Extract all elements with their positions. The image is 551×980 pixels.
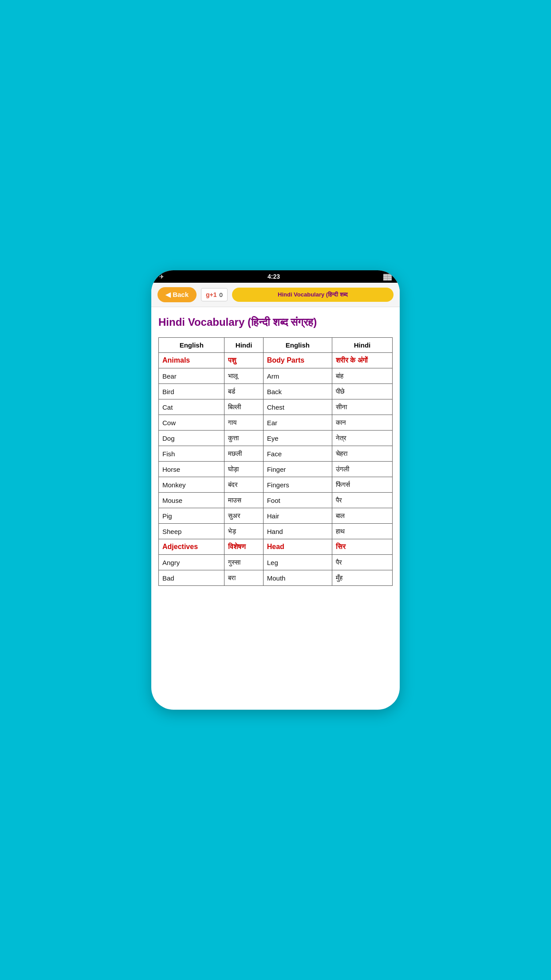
data-col2: माउस	[224, 493, 263, 508]
data-col2: बरा	[224, 570, 263, 586]
data-col3: Arm	[263, 368, 332, 384]
table-row: Bear भालू Arm बांह	[159, 368, 393, 384]
data-col1: Fish	[159, 446, 224, 462]
data-col3: Hair	[263, 508, 332, 524]
data-col3: Leg	[263, 555, 332, 570]
data-col3: Foot	[263, 493, 332, 508]
status-right-icons: ▓▓	[383, 273, 392, 280]
data-col2: बर्ड	[224, 384, 263, 399]
gplus-count: 0	[220, 292, 223, 298]
data-col4: चेहरा	[332, 446, 392, 462]
data-col4: मुँह	[332, 570, 392, 586]
category-col4: सिर	[332, 539, 392, 555]
back-button[interactable]: ◀ Back	[157, 287, 197, 302]
table-category-row: Animals पशु Body Parts शरीर के अंगों	[159, 353, 393, 368]
col-header-hindi2: Hindi	[332, 338, 392, 353]
data-col1: Bear	[159, 368, 224, 384]
table-category-row: Adjectives विशेषण Head सिर	[159, 539, 393, 555]
data-col4: कान	[332, 415, 392, 431]
data-col3: Chest	[263, 399, 332, 415]
nav-bar: ◀ Back g+1 0 Hindi Vocabulary (हिन्दी शब…	[151, 283, 400, 307]
data-col1: Bad	[159, 570, 224, 586]
data-col1: Dog	[159, 431, 224, 446]
data-col3: Eye	[263, 431, 332, 446]
data-col2: बंदर	[224, 477, 263, 493]
table-row: Cat बिल्ली Chest सीना	[159, 399, 393, 415]
table-row: Pig सुअर Hair बाल	[159, 508, 393, 524]
data-col4: पीछे	[332, 384, 392, 399]
page-title: Hindi Vocabulary (हिन्दी शब्द संग्रह)	[158, 315, 393, 329]
category-col2: पशु	[224, 353, 263, 368]
table-row: Bird बर्ड Back पीछे	[159, 384, 393, 399]
status-left-icons: ✈	[159, 273, 164, 280]
data-col3: Finger	[263, 462, 332, 477]
data-col1: Pig	[159, 508, 224, 524]
content-area: Hindi Vocabulary (हिन्दी शब्द संग्रह) En…	[151, 307, 400, 590]
data-col4: सीना	[332, 399, 392, 415]
data-col2: गाय	[224, 415, 263, 431]
category-col1: Adjectives	[159, 539, 224, 555]
data-col4: बाल	[332, 508, 392, 524]
col-header-hindi1: Hindi	[224, 338, 263, 353]
data-col2: मछली	[224, 446, 263, 462]
data-col1: Cat	[159, 399, 224, 415]
data-col4: पैर	[332, 555, 392, 570]
phone-frame: ✈ 4:23 ▓▓ ◀ Back g+1 0 Hindi Vocabulary …	[151, 270, 400, 710]
battery-icon: ▓▓	[383, 273, 392, 280]
data-col3: Back	[263, 384, 332, 399]
category-col3: Body Parts	[263, 353, 332, 368]
data-col1: Sheep	[159, 524, 224, 539]
category-col4: शरीर के अंगों	[332, 353, 392, 368]
data-col2: गुस्सा	[224, 555, 263, 570]
data-col4: उंगली	[332, 462, 392, 477]
data-col2: भेड़	[224, 524, 263, 539]
data-col4: नेत्र	[332, 431, 392, 446]
table-row: Sheep भेड़ Hand हाथ	[159, 524, 393, 539]
table-row: Monkey बंदर Fingers फिंगर्स	[159, 477, 393, 493]
data-col2: बिल्ली	[224, 399, 263, 415]
gplus-button[interactable]: g+1 0	[201, 288, 228, 301]
data-col3: Face	[263, 446, 332, 462]
data-col3: Hand	[263, 524, 332, 539]
data-col3: Mouth	[263, 570, 332, 586]
table-row: Mouse माउस Foot पैर	[159, 493, 393, 508]
col-header-english1: English	[159, 338, 224, 353]
gplus-icon: g+1	[206, 291, 217, 298]
airplane-icon: ✈	[159, 273, 164, 280]
table-row: Dog कुत्ता Eye नेत्र	[159, 431, 393, 446]
data-col1: Mouse	[159, 493, 224, 508]
data-col4: बांह	[332, 368, 392, 384]
category-col1: Animals	[159, 353, 224, 368]
data-col3: Ear	[263, 415, 332, 431]
data-col2: घोड़ा	[224, 462, 263, 477]
vocab-table: English Hindi English Hindi Animals पशु …	[158, 337, 393, 586]
table-row: Cow गाय Ear कान	[159, 415, 393, 431]
category-col3: Head	[263, 539, 332, 555]
status-time: 4:23	[268, 273, 280, 280]
data-col1: Bird	[159, 384, 224, 399]
data-col3: Fingers	[263, 477, 332, 493]
hindi-vocab-button[interactable]: Hindi Vocabulary (हिन्दी शब्द	[232, 288, 394, 302]
data-col2: सुअर	[224, 508, 263, 524]
data-col1: Horse	[159, 462, 224, 477]
table-header-row: English Hindi English Hindi	[159, 338, 393, 353]
table-row: Horse घोड़ा Finger उंगली	[159, 462, 393, 477]
data-col1: Monkey	[159, 477, 224, 493]
col-header-english2: English	[263, 338, 332, 353]
data-col2: कुत्ता	[224, 431, 263, 446]
table-row: Bad बरा Mouth मुँह	[159, 570, 393, 586]
table-row: Angry गुस्सा Leg पैर	[159, 555, 393, 570]
data-col4: पैर	[332, 493, 392, 508]
data-col4: हाथ	[332, 524, 392, 539]
data-col1: Angry	[159, 555, 224, 570]
data-col4: फिंगर्स	[332, 477, 392, 493]
status-bar: ✈ 4:23 ▓▓	[151, 270, 400, 283]
data-col2: भालू	[224, 368, 263, 384]
table-row: Fish मछली Face चेहरा	[159, 446, 393, 462]
data-col1: Cow	[159, 415, 224, 431]
category-col2: विशेषण	[224, 539, 263, 555]
